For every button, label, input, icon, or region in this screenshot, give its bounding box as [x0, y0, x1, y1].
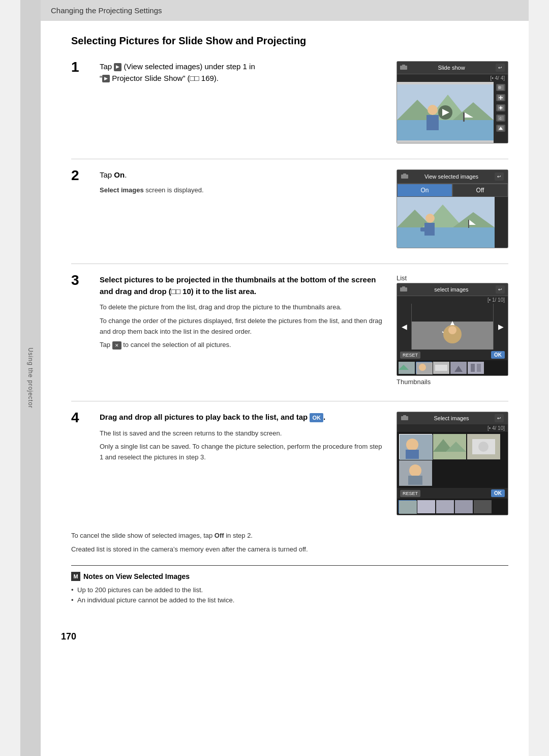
- step-4-note-1: The list is saved and the screen returns…: [100, 428, 386, 439]
- projector-icon: ▶: [102, 75, 110, 83]
- sel-img-3[interactable]: [467, 434, 500, 459]
- svg-rect-40: [400, 287, 407, 292]
- page-number-container: 170: [41, 626, 529, 657]
- view-selected-icon: ▶: [114, 63, 121, 71]
- svg-rect-71: [399, 501, 417, 514]
- svg-rect-0: [400, 66, 407, 70]
- vsi-image-area: [397, 197, 508, 248]
- svg-rect-10: [426, 115, 439, 130]
- sel-reset-btn[interactable]: RESET: [400, 490, 420, 497]
- sidebar-icon-5[interactable]: [496, 125, 505, 132]
- vsi-title: View selected images: [408, 173, 495, 180]
- sel-bottom: RESET OK: [397, 488, 508, 499]
- thumb-4[interactable]: [450, 362, 467, 374]
- sel-title: Select images: [408, 415, 495, 421]
- sel-thumb-2[interactable]: [417, 500, 435, 513]
- thumb-5[interactable]: [468, 362, 484, 374]
- step-2-screen: View selected images ↩ On Off: [396, 169, 508, 248]
- step-2-content: Tap On. Select images screen is displaye…: [100, 169, 386, 198]
- svg-rect-43: [412, 304, 493, 322]
- vsi-off-btn[interactable]: Off: [452, 184, 508, 197]
- sidebar-icon-3[interactable]: [496, 104, 505, 111]
- reset-btn[interactable]: RESET: [400, 352, 420, 359]
- note-item-1: Up to 200 pictures can be added to the l…: [71, 585, 508, 596]
- notes-icon: M: [71, 572, 80, 581]
- step-1-number: 1: [71, 59, 89, 75]
- sel-img-4[interactable]: [399, 460, 432, 486]
- ls-thumbs: [397, 360, 508, 375]
- vsi-topbar: View selected images ↩: [397, 170, 508, 184]
- svg-rect-73: [436, 500, 454, 513]
- sel-ok-btn[interactable]: OK: [491, 489, 505, 497]
- svg-point-9: [428, 105, 438, 115]
- sel-thumb-1[interactable]: [399, 500, 416, 513]
- sel-thumb-5[interactable]: [474, 500, 492, 513]
- svg-rect-39: [420, 227, 431, 231]
- svg-rect-56: [477, 364, 481, 372]
- ss-back-btn[interactable]: ↩: [496, 64, 505, 72]
- ls-cam-icon: [400, 286, 407, 293]
- ls-body: ◀: [397, 304, 508, 350]
- thumb-3[interactable]: [433, 362, 449, 374]
- svg-rect-70: [408, 476, 422, 485]
- header-title: Changing the Projecting Settings: [51, 6, 162, 15]
- svg-rect-34: [397, 227, 495, 248]
- ss-title: Slide show: [438, 65, 465, 71]
- ss-topbar: Slide show ↩: [397, 62, 508, 74]
- ss-counter: [• 4/ 4]: [397, 74, 508, 82]
- sel-screen: Select images ↩ [• 4/ 10]: [396, 412, 508, 515]
- divider-3: [71, 401, 508, 401]
- vsi-back-btn[interactable]: ↩: [495, 172, 504, 181]
- side-tab: Using the projector: [20, 0, 41, 756]
- vsi-screen: View selected images ↩ On Off: [396, 169, 508, 248]
- sel-back-btn[interactable]: ↩: [495, 414, 504, 422]
- svg-point-49: [419, 364, 426, 371]
- svg-rect-74: [455, 500, 473, 513]
- vsi-on-btn[interactable]: On: [397, 184, 452, 197]
- page-number: 170: [61, 631, 76, 642]
- page: Using the projector Changing the Project…: [20, 0, 529, 756]
- off-text: Off: [215, 532, 224, 539]
- ss-body: ♫: [397, 82, 508, 143]
- svg-rect-1: [402, 65, 405, 66]
- svg-rect-57: [401, 416, 408, 420]
- ls-back-btn[interactable]: ↩: [496, 285, 505, 294]
- cancel-line: To cancel the slide show of selected ima…: [71, 531, 508, 541]
- step-3-row: 3 Select pictures to be projected in the…: [71, 274, 508, 386]
- list-screen: select images ↩ [• 1/ 10] ◀: [396, 283, 508, 376]
- step-2-note: Select images screen is displayed.: [100, 185, 386, 196]
- svg-rect-61: [406, 450, 419, 459]
- vsi-cam-icon: [401, 173, 408, 180]
- thumb-1[interactable]: [399, 362, 415, 374]
- svg-rect-72: [417, 500, 435, 513]
- ls-topbar: select images ↩: [397, 283, 508, 296]
- sel-img-2[interactable]: [433, 434, 466, 459]
- step-3-number: 3: [71, 272, 89, 288]
- sidebar-icon-4[interactable]: ♫: [496, 114, 505, 122]
- note-item-2: An individual picture cannot be added to…: [71, 595, 508, 606]
- step-2-row: 2 Tap On. Select images screen is displa…: [71, 169, 508, 248]
- sel-thumb-3[interactable]: [436, 500, 454, 513]
- sel-counter: [• 4/ 10]: [397, 424, 508, 432]
- thumb-2[interactable]: [416, 362, 432, 374]
- step-4-text: Drag and drop all pictures to play back …: [100, 412, 386, 423]
- sel-img-1[interactable]: [399, 434, 432, 459]
- step-3-screen: List select images ↩ [• 1/ 10]: [396, 274, 508, 386]
- ls-prev-btn[interactable]: ◀: [402, 323, 407, 331]
- sidebar-icon-2[interactable]: [496, 94, 505, 101]
- notes-title: M Notes on View Selected Images: [71, 572, 508, 581]
- svg-rect-58: [403, 415, 406, 417]
- ls-next-btn[interactable]: ▶: [498, 323, 504, 331]
- svg-point-67: [478, 442, 489, 452]
- sel-topbar: Select images ↩: [397, 412, 508, 424]
- step-3-text: Select pictures to be projected in the t…: [100, 274, 386, 297]
- svg-rect-51: [435, 365, 447, 371]
- ss-sidebar: ♫: [494, 82, 508, 143]
- notes-title-text: Notes on View Selected Images: [83, 572, 190, 580]
- sel-thumb-4[interactable]: [455, 500, 473, 513]
- ok-btn[interactable]: OK: [491, 351, 505, 359]
- ss-cam-icon: [400, 65, 407, 71]
- svg-rect-35: [468, 220, 469, 228]
- svg-rect-28: [401, 175, 408, 179]
- sidebar-icon-1[interactable]: [496, 84, 505, 91]
